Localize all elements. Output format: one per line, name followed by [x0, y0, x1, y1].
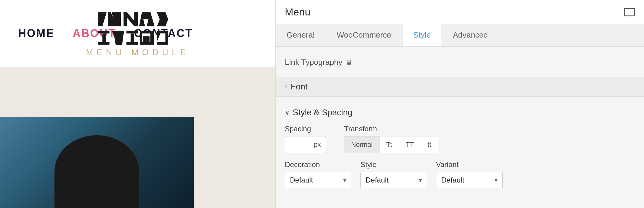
divider-2 [276, 96, 644, 97]
spacing-transform-row: Spacing px Transform Normal Tt TT tt [285, 125, 635, 153]
decoration-arrow-icon: ▾ [343, 176, 346, 184]
transform-tt-lower[interactable]: tt [421, 136, 438, 153]
decoration-dropdown[interactable]: Default ▾ [285, 172, 351, 188]
style-spacing-section: ∨ Style & Spacing Spacing px Transform N… [276, 102, 644, 194]
monitor-icon: 🖥 [345, 59, 352, 66]
photo-area [0, 117, 194, 208]
transform-group: Normal Tt TT tt [344, 136, 438, 153]
logo-text: MENU MODULE [86, 48, 189, 57]
decoration-value: Default [290, 176, 313, 184]
unit-badge[interactable]: px [309, 136, 326, 153]
variant-label: Variant [436, 160, 503, 169]
variant-dropdown[interactable]: Default ▾ [436, 172, 503, 188]
svg-rect-10 [102, 34, 106, 42]
tab-general[interactable]: General [276, 24, 326, 46]
panel-header: Menu [276, 0, 644, 24]
head-shape [54, 135, 139, 208]
variant-value: Default [441, 176, 464, 184]
style-label: Style [360, 160, 427, 169]
transform-normal[interactable]: Normal [344, 136, 379, 153]
style-group: Style Default ▾ [360, 160, 427, 188]
variant-arrow-icon: ▾ [494, 176, 498, 184]
decoration-label: Decoration [285, 160, 351, 169]
variant-group: Variant Default ▾ [436, 160, 503, 188]
content-area [0, 67, 275, 208]
nav-home[interactable]: HOME [18, 27, 54, 40]
transform-tt-capitalize[interactable]: Tt [379, 136, 399, 153]
spacing-input[interactable] [285, 136, 309, 153]
font-label: Font [291, 82, 307, 92]
svg-marker-8 [157, 12, 168, 27]
transform-tt-upper[interactable]: TT [399, 136, 421, 153]
svg-rect-14 [126, 31, 138, 33]
style-value: Default [366, 176, 389, 184]
chevron-down-icon: ∨ [285, 109, 290, 116]
logo-svg [95, 9, 180, 46]
tab-woocommerce[interactable]: WooCommerce [326, 24, 402, 46]
divider-1 [276, 72, 644, 72]
spacing-input-group: px [285, 136, 326, 153]
link-typography-header: Link Typography 🖥 [276, 53, 644, 72]
svg-rect-5 [134, 12, 138, 27]
logo-area: MENU MODULE [86, 9, 189, 57]
window-icon[interactable] [624, 8, 635, 16]
spacing-field-group: Spacing px [285, 125, 326, 153]
svg-rect-15 [131, 34, 134, 42]
settings-panel: Menu General WooCommerce Style Advanced … [275, 0, 644, 208]
style-arrow-icon: ▾ [419, 176, 422, 184]
dropdowns-row: Decoration Default ▾ Style Default ▾ Var… [285, 160, 635, 188]
style-spacing-label: Style & Spacing [293, 108, 353, 117]
tab-style[interactable]: Style [402, 24, 442, 46]
chevron-right-icon: › [285, 83, 287, 91]
tab-advanced[interactable]: Advanced [442, 24, 499, 46]
transform-field-group: Transform Normal Tt TT tt [344, 125, 438, 153]
style-spacing-title[interactable]: ∨ Style & Spacing [285, 108, 635, 117]
panel-body: Link Typography 🖥 › Font ∨ Style & Spaci… [276, 47, 644, 208]
svg-rect-16 [126, 42, 138, 45]
link-typography-label: Link Typography [285, 58, 342, 67]
transform-label: Transform [344, 125, 438, 133]
font-row[interactable]: › Font [276, 77, 644, 96]
tabs-row: General WooCommerce Style Advanced [276, 24, 644, 47]
style-dropdown[interactable]: Default ▾ [360, 172, 427, 188]
spacing-label: Spacing [285, 125, 326, 133]
svg-marker-0 [98, 12, 107, 27]
panel-title: Menu [285, 6, 310, 18]
svg-rect-11 [98, 42, 109, 45]
website-preview: HOME ABOUT CONTACT [0, 0, 275, 208]
svg-rect-9 [98, 31, 109, 33]
decoration-group: Decoration Default ▾ [285, 160, 351, 188]
nav-bar: HOME ABOUT CONTACT [0, 0, 275, 67]
